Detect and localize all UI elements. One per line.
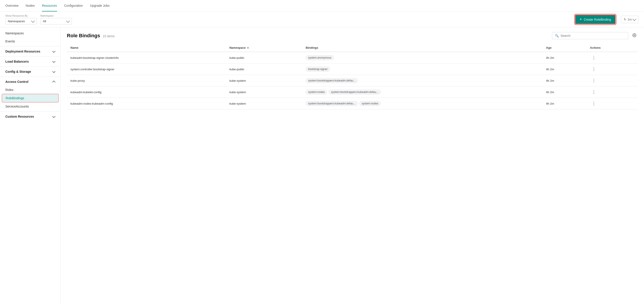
cell-name: kubeadm:nodes-kubeadm-config xyxy=(67,98,226,109)
col-name: Name xyxy=(67,44,226,52)
cell-actions[interactable]: ⋮ xyxy=(586,98,638,109)
binding-badge: system:anonymous xyxy=(306,55,334,60)
sidebar-section-loadbalancers-label: Load Balancers xyxy=(6,60,29,63)
cell-bindings: system:bootstrappers:kubeadm:defau...sys… xyxy=(302,98,542,109)
sidebar-section-custom-resources[interactable]: Custom Resources xyxy=(0,113,60,121)
refresh-interval-label: 1m xyxy=(628,18,632,21)
main-layout: Namespaces Events Deployment Resources L… xyxy=(0,27,644,304)
cell-namespace: kube-public xyxy=(226,52,302,64)
sidebar-item-serviceaccounts[interactable]: ServiceAccounts xyxy=(0,102,60,110)
cell-age: 4h 2m xyxy=(542,64,586,75)
cell-namespace: kube-system xyxy=(226,98,302,109)
row-actions-button[interactable]: ⋮ xyxy=(590,66,598,72)
cell-age: 4h 2m xyxy=(542,52,586,64)
search-icon: 🔍 xyxy=(555,34,559,38)
row-actions-button[interactable]: ⋮ xyxy=(590,100,598,107)
sidebar-section-deployment-label: Deployment Resources xyxy=(6,50,40,53)
sidebar-section-config-storage[interactable]: Config & Storage xyxy=(0,68,60,76)
item-count: 15 items xyxy=(103,34,115,38)
chevron-down-icon xyxy=(31,19,35,23)
cell-namespace: kube-system xyxy=(226,86,302,98)
create-rolebinding-button[interactable]: + Create RoleBinding xyxy=(575,15,616,24)
table-row: kubeadm:nodes-kubeadm-configkube-systems… xyxy=(67,98,638,109)
namespace-group: Namespace All xyxy=(40,14,72,25)
sidebar-section-access-control[interactable]: Access Control xyxy=(0,78,60,86)
gear-icon xyxy=(632,33,636,37)
col-namespace[interactable]: Namespace xyxy=(226,44,302,52)
sidebar-item-namespaces[interactable]: Namespaces xyxy=(0,29,60,37)
role-bindings-table: Name Namespace Bindings Age Actions kube… xyxy=(67,44,638,109)
row-actions-button[interactable]: ⋮ xyxy=(590,89,598,95)
cell-bindings: bootstrap-signer xyxy=(302,64,542,75)
refresh-icon: ↻ xyxy=(624,18,626,21)
col-bindings: Bindings xyxy=(302,44,542,52)
sidebar-item-rolebindings[interactable]: RoleBindings xyxy=(2,94,58,102)
sidebar-section-loadbalancers[interactable]: Load Balancers xyxy=(0,58,60,66)
binding-badge: system:bootstrappers:kubeadm:defau... xyxy=(306,101,358,106)
refresh-button[interactable]: ↻ 1m xyxy=(621,16,638,23)
chevron-down-icon xyxy=(66,19,70,23)
cell-age: 4h 2m xyxy=(542,86,586,98)
cell-actions[interactable]: ⋮ xyxy=(586,86,638,98)
cell-bindings: system:bootstrappers:kubeadm:defau... xyxy=(302,75,542,86)
nav-resources[interactable]: Resources xyxy=(42,0,57,12)
cell-age: 4h 2m xyxy=(542,75,586,86)
settings-button[interactable] xyxy=(631,32,638,39)
binding-badge: system:bootstrappers:kubeadm:defau... xyxy=(328,90,381,95)
svg-point-0 xyxy=(634,35,635,36)
nav-overview[interactable]: Overview xyxy=(6,0,18,12)
binding-badge: system:bootstrappers:kubeadm:defau... xyxy=(306,78,358,83)
nav-upgrade-jobs[interactable]: Upgrade Jobs xyxy=(90,0,110,12)
col-age: Age xyxy=(542,44,586,52)
chevron-down-icon xyxy=(52,50,56,53)
binding-badge: bootstrap-signer xyxy=(306,67,330,72)
cell-bindings: system:nodessystem:bootstrappers:kubeadm… xyxy=(302,86,542,98)
chevron-up-icon xyxy=(52,81,56,84)
cell-name: kubeadm:kubelet-config xyxy=(67,86,226,98)
chevron-down-icon xyxy=(52,60,56,63)
cell-actions[interactable]: ⋮ xyxy=(586,75,638,86)
cell-age: 4h 2m xyxy=(542,98,586,109)
namespace-select[interactable]: All xyxy=(40,18,72,25)
cell-namespace: kube-public xyxy=(226,64,302,75)
content-header: Role Bindings 15 items 🔍 xyxy=(67,32,638,39)
sort-icon xyxy=(247,47,249,48)
cell-name: kubeadm:bootstrap-signer-clusterinfo xyxy=(67,52,226,64)
cell-actions[interactable]: ⋮ xyxy=(586,64,638,75)
table-row: kubeadm:bootstrap-signer-clusterinfokube… xyxy=(67,52,638,64)
content-area: Role Bindings 15 items 🔍 Name xyxy=(60,27,644,304)
cell-name: kube-proxy xyxy=(67,75,226,86)
sidebar: Namespaces Events Deployment Resources L… xyxy=(0,27,60,304)
create-rolebinding-label: Create RoleBinding xyxy=(584,18,611,21)
nav-configuration[interactable]: Configuration xyxy=(64,0,83,12)
chevron-down-icon xyxy=(52,70,56,73)
binding-badge: system:nodes xyxy=(306,90,327,95)
page-title: Role Bindings xyxy=(67,33,100,39)
sidebar-section-deployment[interactable]: Deployment Resources xyxy=(0,47,60,56)
search-box[interactable]: 🔍 xyxy=(552,32,628,39)
search-input[interactable] xyxy=(560,34,626,38)
binding-badge: system:nodes xyxy=(359,101,381,106)
cell-name: system:controller:bootstrap-signer xyxy=(67,64,226,75)
chevron-down-icon xyxy=(52,115,56,118)
sidebar-section-custom-resources-label: Custom Resources xyxy=(6,115,34,118)
namespace-label: Namespace xyxy=(40,14,72,17)
nav-nodes[interactable]: Nodes xyxy=(26,0,34,12)
show-resources-group: Show Resources By Namespaces xyxy=(6,14,37,25)
sidebar-item-roles[interactable]: Roles xyxy=(0,86,60,94)
table-row: system:controller:bootstrap-signerkube-p… xyxy=(67,64,638,75)
plus-icon: + xyxy=(580,17,582,22)
show-resources-select[interactable]: Namespaces xyxy=(6,18,37,25)
sidebar-section-access-control-label: Access Control xyxy=(6,80,28,84)
cell-namespace: kube-system xyxy=(226,75,302,86)
sidebar-section-config-storage-label: Config & Storage xyxy=(6,70,31,73)
show-resources-label: Show Resources By xyxy=(6,14,37,17)
chevron-down-icon xyxy=(632,17,636,21)
col-actions: Actions xyxy=(586,44,638,52)
table-row: kubeadm:kubelet-configkube-systemsystem:… xyxy=(67,86,638,98)
row-actions-button[interactable]: ⋮ xyxy=(590,55,598,61)
sidebar-item-events[interactable]: Events xyxy=(0,37,60,45)
cell-actions[interactable]: ⋮ xyxy=(586,52,638,64)
row-actions-button[interactable]: ⋮ xyxy=(590,78,598,84)
table-row: kube-proxykube-systemsystem:bootstrapper… xyxy=(67,75,638,86)
